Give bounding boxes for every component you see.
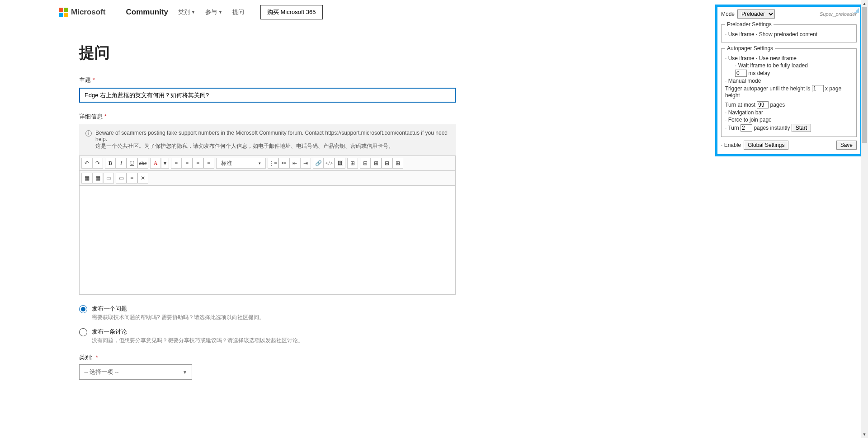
- panel-title: Super_preloader: [820, 11, 857, 17]
- category-placeholder: -- 选择一项 --: [84, 368, 119, 376]
- info-icon: i: [85, 130, 92, 137]
- main-content: 提问 主题 * 详细信息 * i Beware of scammers post…: [79, 42, 456, 380]
- chevron-down-icon: ▼: [191, 10, 195, 14]
- indent-button[interactable]: ⇥: [300, 158, 311, 169]
- radio-icon: [79, 305, 87, 313]
- turn-instantly-input[interactable]: [741, 124, 752, 132]
- radio-discussion-desc: 没有问题，但想要分享意见吗？想要分享技巧或建议吗？请选择该选项以发起社区讨论。: [92, 337, 303, 344]
- trigger-line: Trigger autopager until the height is x …: [725, 85, 853, 99]
- editor-toolbar-row1: ↶ ↷ B I U abc A ▾ ≡ ≡ ≡ ≡: [80, 156, 455, 171]
- force-join-line[interactable]: · Force to join page: [725, 117, 853, 123]
- preloader-settings-legend: Preloader Settings: [725, 21, 774, 28]
- table-button[interactable]: ⊞: [347, 158, 358, 169]
- enable-toggle[interactable]: · Enable: [721, 142, 741, 148]
- radio-question-desc: 需要获取技术问题的帮助吗? 需要协助吗？请选择此选项以向社区提问。: [92, 314, 264, 321]
- radio-question-label: 发布一个问题: [92, 305, 264, 313]
- turn-instantly-line: · Turn pages instantly Start: [725, 124, 853, 132]
- mode-label: Mode: [721, 11, 735, 17]
- scroll-up-button[interactable]: ▲: [861, 0, 868, 7]
- autopager-delay-line: ms delay: [725, 70, 853, 77]
- redo-button[interactable]: ↷: [92, 158, 103, 169]
- autopager-settings-legend: Autopager Settings: [725, 45, 775, 52]
- category-select[interactable]: -- 选择一项 -- ▼: [79, 364, 192, 380]
- privacy-notice: i Beware of scammers posting fake suppor…: [79, 124, 456, 155]
- nav-ask[interactable]: 提问: [232, 8, 244, 16]
- page-title: 提问: [79, 42, 456, 63]
- microsoft-logo[interactable]: Microsoft: [59, 8, 106, 17]
- tool-b[interactable]: ▦: [92, 173, 103, 184]
- table-edit-1[interactable]: ⊟: [360, 158, 371, 169]
- table-edit-3[interactable]: ⊟: [382, 158, 392, 169]
- autopager-iframe-line[interactable]: · Use iframe · Use new iframe: [725, 55, 853, 61]
- align-center-button[interactable]: ≡: [182, 158, 193, 169]
- trigger-height-input[interactable]: [812, 85, 824, 92]
- radio-discussion[interactable]: 发布一条讨论 没有问题，但想要分享意见吗？想要分享技巧或建议吗？请选择该选项以发…: [79, 328, 456, 344]
- underline-button[interactable]: U: [127, 158, 137, 169]
- text-color-button[interactable]: A: [150, 158, 161, 169]
- nav-links: 类别▼ 参与▼ 提问 购买 Microsoft 365: [178, 5, 323, 19]
- tool-d[interactable]: ▭: [116, 173, 127, 184]
- details-label: 详细信息 *: [79, 113, 456, 121]
- editor-body[interactable]: [80, 186, 455, 294]
- tool-e[interactable]: ≡: [127, 173, 137, 184]
- nav-categories[interactable]: 类别▼: [178, 8, 195, 16]
- delay-input[interactable]: [735, 70, 747, 77]
- turn-most-input[interactable]: [757, 101, 769, 108]
- align-justify-button[interactable]: ≡: [203, 158, 214, 169]
- strikethrough-button[interactable]: abc: [137, 158, 148, 169]
- outdent-button[interactable]: ⇤: [289, 158, 300, 169]
- text-color-dropdown[interactable]: ▾: [161, 158, 169, 169]
- nav-bar-line[interactable]: · Navigation bar: [725, 109, 853, 116]
- buy-microsoft-365-button[interactable]: 购买 Microsoft 365: [260, 5, 323, 19]
- chevron-down-icon: ▼: [218, 10, 222, 14]
- community-link[interactable]: Community: [126, 8, 169, 17]
- start-button[interactable]: Start: [792, 124, 811, 132]
- unordered-list-button[interactable]: •≡: [278, 158, 289, 169]
- save-button[interactable]: Save: [836, 141, 857, 150]
- chevron-down-icon: ▼: [183, 370, 187, 375]
- category-label: 类别: *: [79, 353, 456, 362]
- mode-select[interactable]: Preloader: [737, 9, 775, 19]
- resize-grip-icon[interactable]: [854, 8, 859, 13]
- italic-button[interactable]: I: [116, 158, 127, 169]
- topic-input[interactable]: [79, 88, 456, 103]
- table-edit-2[interactable]: ⊞: [371, 158, 382, 169]
- preloader-settings-fieldset: Preloader Settings · Use iframe · Show p…: [721, 21, 857, 42]
- align-right-button[interactable]: ≡: [193, 158, 203, 169]
- tool-a[interactable]: ▦: [81, 173, 92, 184]
- divider: [116, 7, 116, 17]
- radio-icon: [79, 328, 87, 336]
- radio-discussion-label: 发布一条讨论: [92, 328, 303, 336]
- post-type-group: 发布一个问题 需要获取技术问题的帮助吗? 需要协助吗？请选择此选项以向社区提问。…: [79, 305, 456, 344]
- undo-button[interactable]: ↶: [81, 158, 92, 169]
- autopager-settings-fieldset: Autopager Settings · Use iframe · Use ne…: [721, 45, 857, 137]
- tool-c[interactable]: ▭: [103, 173, 114, 184]
- turn-most-line: Turn at most pages: [725, 101, 853, 108]
- image-button[interactable]: 🖼: [335, 158, 345, 169]
- editor-toolbar-row2: ▦ ▦ ▭ ▭ ≡ ✕: [80, 171, 455, 186]
- code-button[interactable]: </>: [324, 158, 335, 169]
- notice-line2: 这是一个公共社区。为了保护您的隐私，请勿发布任何个人信息，如电子邮件地址、电话号…: [95, 142, 449, 150]
- topic-label: 主题 *: [79, 76, 456, 84]
- bold-button[interactable]: B: [105, 158, 116, 169]
- paragraph-style-select[interactable]: 标准▾: [216, 158, 266, 169]
- scrollbar[interactable]: ▲ ▼: [861, 0, 868, 380]
- global-settings-button[interactable]: Global Settings: [744, 141, 788, 150]
- autopager-wait-line[interactable]: · Wait iframe to be fully loaded: [725, 62, 853, 69]
- super-preloader-panel[interactable]: Mode Preloader Super_preloader Preloader…: [715, 5, 863, 156]
- microsoft-logo-icon: [59, 8, 68, 17]
- align-left-button[interactable]: ≡: [171, 158, 182, 169]
- radio-question[interactable]: 发布一个问题 需要获取技术问题的帮助吗? 需要协助吗？请选择此选项以向社区提问。: [79, 305, 456, 321]
- link-button[interactable]: 🔗: [313, 158, 324, 169]
- preloader-line1[interactable]: · Use iframe · Show preloaded content: [725, 31, 853, 38]
- notice-line1: Beware of scammers posting fake support …: [95, 130, 449, 142]
- manual-mode-line[interactable]: · Manual mode: [725, 78, 853, 84]
- nav-participate[interactable]: 参与▼: [205, 8, 222, 16]
- ordered-list-button[interactable]: ⋮≡: [268, 158, 278, 169]
- clear-format-button[interactable]: ✕: [137, 173, 148, 184]
- microsoft-wordmark: Microsoft: [71, 8, 106, 17]
- scroll-thumb[interactable]: [862, 7, 867, 143]
- table-edit-4[interactable]: ⊞: [392, 158, 403, 169]
- rich-text-editor: ↶ ↷ B I U abc A ▾ ≡ ≡ ≡ ≡: [79, 155, 456, 295]
